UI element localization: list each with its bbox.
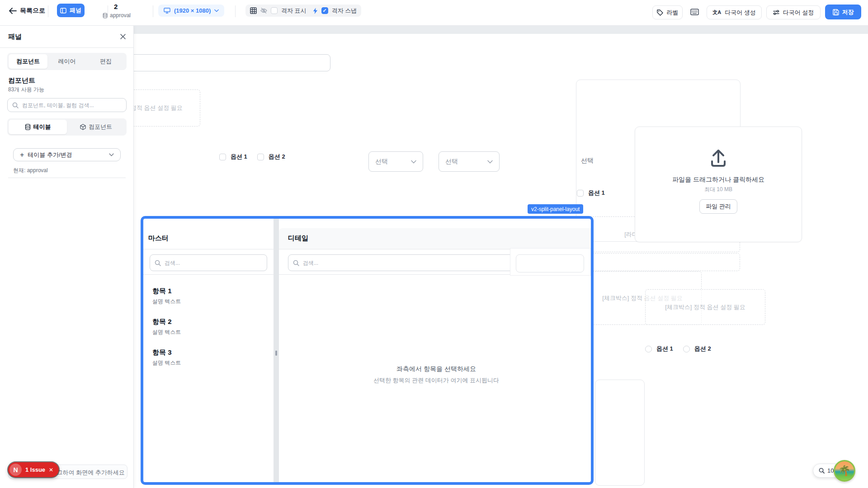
radio-option1[interactable] <box>645 346 652 352</box>
checkbox-option1[interactable] <box>219 154 226 160</box>
component-search-input[interactable] <box>7 98 127 112</box>
file-upload-card[interactable]: 파일을 드래그하거나 클릭하세요 최대 10 MB 파일 관리 <box>635 127 802 242</box>
panel-toggle-button[interactable]: 패널 <box>57 4 85 17</box>
app: [셀렉트] 정적 옵션 설정 필요 옵션 1 옵션 2 선택 선택 선택 옵션 … <box>0 0 868 488</box>
canvas-select-2[interactable]: 선택 <box>439 151 500 172</box>
detail-empty-title: 좌측에서 항목을 선택하세요 <box>279 365 594 373</box>
component-type-badge: v2-split-panel-layout <box>528 204 583 214</box>
item-desc: 설명 텍스트 <box>152 328 181 336</box>
chevron-down-icon <box>411 160 416 164</box>
plus-icon: + <box>20 151 24 159</box>
item-title: 항목 3 <box>152 348 181 357</box>
close-icon[interactable]: ✕ <box>49 467 53 473</box>
tab-components[interactable]: 컴포넌트 <box>9 54 47 69</box>
add-table-label: 테이블 추가/변경 <box>28 151 72 159</box>
panel-checkbox[interactable] <box>577 190 584 197</box>
divider <box>143 249 274 249</box>
components-count: 83개 사용 가능 <box>8 86 44 94</box>
i18n-generate-button[interactable]: 文A 다국어 생성 <box>707 5 762 19</box>
panel-select-label: 선택 <box>581 157 594 165</box>
master-list-item[interactable]: 항목 1 설명 텍스트 <box>152 287 181 305</box>
select1-value: 선택 <box>375 158 388 166</box>
canvas-checkbox-group: 옵션 1 옵션 2 <box>219 153 285 161</box>
master-list-item[interactable]: 항목 2 설명 텍스트 <box>152 318 181 336</box>
upload-limit: 최대 10 MB <box>635 186 802 193</box>
viewport-size-selector[interactable]: (868 × 488) <box>158 5 224 17</box>
add-table-button[interactable]: + 테이블 추가/변경 <box>13 148 121 161</box>
database-icon <box>25 124 31 130</box>
divider <box>0 47 134 48</box>
checkbox-option2[interactable] <box>257 154 264 160</box>
magnifier-icon <box>819 468 825 474</box>
divider <box>48 5 48 17</box>
master-search-input[interactable] <box>150 254 267 271</box>
box-icon <box>80 124 86 130</box>
master-list-item[interactable]: 항목 3 설명 텍스트 <box>152 348 181 367</box>
save-button[interactable]: 저장 <box>825 5 861 19</box>
master-panel-title: 마스터 <box>148 234 169 243</box>
empty-config-hint-box[interactable] <box>583 253 740 271</box>
save-button-label: 저장 <box>842 8 854 16</box>
subtab-component[interactable]: 컴포넌트 <box>67 120 125 134</box>
panel-checkbox-group: 옵션 1 <box>577 189 605 197</box>
overlay-field-input[interactable] <box>516 254 584 272</box>
component-search-field[interactable] <box>22 102 122 108</box>
file-manage-button[interactable]: 파일 관리 <box>699 199 737 214</box>
tag-icon <box>657 9 663 16</box>
grid-snap-label: 격자 스냅 <box>332 7 357 15</box>
upload-title: 파일을 드래그하거나 클릭하세요 <box>635 176 802 184</box>
grid-snap-checkbox[interactable]: ✓ <box>321 7 328 14</box>
upload-icon <box>709 149 727 168</box>
chevron-down-icon <box>214 9 219 12</box>
item-title: 항목 1 <box>152 287 181 296</box>
divider <box>8 178 126 178</box>
subtab-table-label: 테이블 <box>33 123 51 131</box>
detail-empty-desc: 선택한 항목의 관련 데이터가 여기에 표시됩니다 <box>279 376 594 385</box>
detail-panel-header: 디테일 <box>279 228 594 249</box>
close-icon[interactable] <box>118 32 127 41</box>
divider <box>143 274 274 275</box>
panel-resizer[interactable] <box>274 216 279 485</box>
resizer-grip-icon[interactable] <box>275 351 277 356</box>
master-search-field[interactable] <box>165 260 262 266</box>
tab-layers[interactable]: 레이어 <box>47 54 86 69</box>
checkbox-config-hint-box-2[interactable]: [체크박스] 정적 옵션 설정 필요 <box>645 289 765 325</box>
island-widget-icon[interactable]: 🌴 <box>834 460 855 482</box>
viewport-size-label: (868 × 488) <box>174 7 211 14</box>
checkbox-option1-label: 옵션 1 <box>231 153 247 161</box>
sliders-icon <box>773 9 779 15</box>
subtab-table[interactable]: 테이블 <box>9 120 67 134</box>
divider <box>153 5 153 17</box>
keyboard-icon[interactable] <box>690 9 699 15</box>
item-desc: 설명 텍스트 <box>152 359 181 367</box>
current-table-label: 현재: approval <box>13 167 48 174</box>
lightning-icon <box>313 8 318 14</box>
canvas-text-input[interactable] <box>108 54 330 71</box>
label-button[interactable]: 라벨 <box>652 5 683 19</box>
radio-option2-label: 옵션 2 <box>694 345 711 353</box>
i18n-generate-label: 다국어 생성 <box>725 9 756 17</box>
panel-sidebar: 패널 컴포넌트 레이어 편집 컴포넌트 83개 사용 가능 테이블 <box>0 26 134 488</box>
search-icon <box>12 102 19 108</box>
issue-badge[interactable]: N 1 Issue ✕ <box>8 462 59 477</box>
i18n-settings-button[interactable]: 다국어 설정 <box>766 5 821 19</box>
canvas-select-1[interactable]: 선택 <box>368 151 423 172</box>
canvas-tall-box[interactable] <box>595 380 645 486</box>
database-icon <box>103 13 108 19</box>
chevron-down-icon <box>109 153 114 156</box>
panel-icon <box>60 8 66 14</box>
radio-option2[interactable] <box>683 346 690 352</box>
tab-edit[interactable]: 편집 <box>86 54 125 69</box>
monitor-icon <box>164 8 170 14</box>
checkbox-config-hint-text-2: [체크박스] 정적 옵션 설정 필요 <box>665 303 745 311</box>
grid-show-checkbox[interactable] <box>271 7 278 14</box>
back-to-list-button[interactable]: 목록으로 <box>20 7 45 15</box>
search-icon <box>293 260 299 266</box>
subtab-component-label: 컴포넌트 <box>89 123 112 131</box>
item-title: 항목 2 <box>152 318 181 326</box>
panel-button-label: 패널 <box>70 6 81 14</box>
grid-icon <box>250 7 257 14</box>
search-icon <box>155 260 161 266</box>
eye-off-icon[interactable] <box>260 8 267 14</box>
back-arrow-icon[interactable] <box>8 6 17 15</box>
